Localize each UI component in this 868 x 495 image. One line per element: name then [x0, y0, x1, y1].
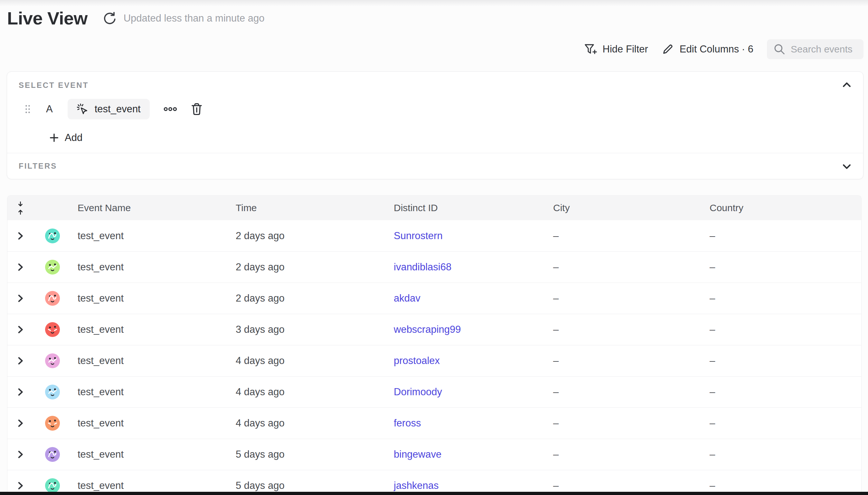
- event-query-row: A test_event: [19, 99, 852, 119]
- page-header: Live View Updated less than a minute ago: [7, 8, 264, 29]
- expand-row-button[interactable]: [15, 262, 26, 273]
- search-input[interactable]: [791, 44, 857, 55]
- toolbar: Hide Filter Edit Columns · 6: [584, 39, 864, 59]
- expand-row-button[interactable]: [15, 449, 26, 460]
- drag-handle-icon[interactable]: [25, 104, 31, 114]
- table-row[interactable]: test_event 4 days ago prostoalex – –: [7, 345, 861, 376]
- table-row[interactable]: test_event 4 days ago feross – –: [7, 408, 861, 439]
- cell-event-name: test_event: [72, 293, 230, 304]
- distinct-id-link[interactable]: Sunrostern: [394, 230, 443, 241]
- refresh-icon: [102, 12, 116, 25]
- ellipsis-icon: [163, 106, 177, 112]
- add-event-button[interactable]: Add: [49, 130, 82, 145]
- search-box[interactable]: [767, 39, 864, 59]
- column-header-distinct-id[interactable]: Distinct ID: [388, 202, 547, 214]
- filters-label: FILTERS: [19, 161, 57, 171]
- column-header-city[interactable]: City: [547, 202, 704, 214]
- cell-country: –: [704, 324, 861, 335]
- table-header: Event Name Time Distinct ID City Country: [7, 196, 861, 220]
- cell-country: –: [704, 261, 861, 273]
- table-row[interactable]: test_event 5 days ago bingewave – –: [7, 439, 861, 470]
- column-header-time[interactable]: Time: [230, 202, 388, 214]
- table-row[interactable]: test_event 4 days ago Dorimoody – –: [7, 376, 861, 408]
- cell-country: –: [704, 417, 861, 429]
- cell-city: –: [547, 417, 704, 429]
- cell-country: –: [704, 293, 861, 304]
- table-row[interactable]: test_event 5 days ago jashkenas – –: [7, 470, 861, 495]
- expand-row-button[interactable]: [15, 387, 26, 397]
- search-icon: [773, 43, 786, 55]
- hide-filter-label: Hide Filter: [603, 44, 648, 55]
- cell-country: –: [704, 480, 861, 492]
- expand-row-button[interactable]: [15, 355, 26, 366]
- expand-row-button[interactable]: [15, 293, 26, 304]
- expand-filters-button[interactable]: [841, 161, 852, 172]
- distinct-id-link[interactable]: ivandiblasi68: [394, 261, 452, 273]
- event-click-icon: [76, 103, 88, 115]
- cell-time: 2 days ago: [230, 293, 388, 304]
- cell-country: –: [704, 230, 861, 242]
- event-name-label: test_event: [95, 103, 141, 115]
- edit-columns-label: Edit Columns · 6: [680, 44, 753, 55]
- user-avatar: [45, 447, 60, 462]
- cell-time: 4 days ago: [230, 355, 388, 366]
- delete-event-button[interactable]: [190, 102, 203, 116]
- filter-plus-icon: [584, 44, 597, 55]
- cell-city: –: [547, 261, 704, 273]
- distinct-id-link[interactable]: bingewave: [394, 449, 441, 460]
- cell-city: –: [547, 480, 704, 492]
- chevron-right-icon: [15, 324, 26, 335]
- table-row[interactable]: test_event 2 days ago ivandiblasi68 – –: [7, 251, 861, 283]
- pencil-icon: [662, 43, 674, 55]
- expand-row-button[interactable]: [15, 480, 26, 491]
- bottom-edge-bar: [0, 492, 868, 495]
- updated-status: Updated less than a minute ago: [124, 13, 265, 24]
- chevron-right-icon: [15, 480, 26, 491]
- collapse-all-button[interactable]: [7, 201, 33, 215]
- cell-event-name: test_event: [72, 417, 230, 429]
- cell-time: 5 days ago: [230, 449, 388, 460]
- table-row[interactable]: test_event 2 days ago Sunrostern – –: [7, 220, 861, 251]
- select-event-label: SELECT EVENT: [19, 81, 852, 90]
- expand-row-button[interactable]: [15, 324, 26, 335]
- expand-row-button[interactable]: [15, 231, 26, 241]
- cell-event-name: test_event: [72, 230, 230, 242]
- cell-city: –: [547, 355, 704, 366]
- chevron-right-icon: [15, 293, 26, 304]
- distinct-id-link[interactable]: prostoalex: [394, 355, 440, 366]
- chevron-right-icon: [15, 262, 26, 273]
- event-select-button[interactable]: test_event: [68, 99, 150, 119]
- expand-row-button[interactable]: [15, 418, 26, 429]
- page-title: Live View: [7, 8, 88, 29]
- collapse-section-button[interactable]: [841, 80, 852, 90]
- user-avatar: [45, 478, 60, 493]
- cell-time: 2 days ago: [230, 261, 388, 273]
- distinct-id-link[interactable]: feross: [394, 417, 421, 429]
- distinct-id-link[interactable]: jashkenas: [394, 480, 439, 491]
- table-row[interactable]: test_event 2 days ago akdav – –: [7, 283, 861, 314]
- event-options-button[interactable]: [163, 106, 177, 112]
- table-row[interactable]: test_event 3 days ago webscraping99 – –: [7, 314, 861, 345]
- column-header-event-name[interactable]: Event Name: [72, 202, 230, 214]
- hide-filter-button[interactable]: Hide Filter: [584, 44, 648, 55]
- filters-section: FILTERS: [7, 153, 863, 179]
- distinct-id-link[interactable]: webscraping99: [394, 324, 461, 335]
- cell-country: –: [704, 449, 861, 460]
- cell-country: –: [704, 355, 861, 366]
- cell-country: –: [704, 386, 861, 398]
- user-avatar: [45, 322, 60, 337]
- chevron-right-icon: [15, 449, 26, 460]
- refresh-button[interactable]: [102, 12, 116, 25]
- distinct-id-link[interactable]: akdav: [394, 293, 421, 304]
- distinct-id-link[interactable]: Dorimoody: [394, 386, 442, 397]
- user-avatar: [45, 416, 60, 431]
- chevron-right-icon: [15, 387, 26, 397]
- column-header-country[interactable]: Country: [704, 202, 861, 214]
- cell-event-name: test_event: [72, 324, 230, 335]
- plus-icon: [49, 132, 59, 143]
- collapse-vertical-icon: [16, 201, 25, 215]
- edit-columns-button[interactable]: Edit Columns · 6: [662, 43, 753, 55]
- chevron-down-icon: [841, 161, 852, 172]
- user-avatar: [45, 291, 60, 306]
- select-event-section: SELECT EVENT A: [7, 72, 863, 153]
